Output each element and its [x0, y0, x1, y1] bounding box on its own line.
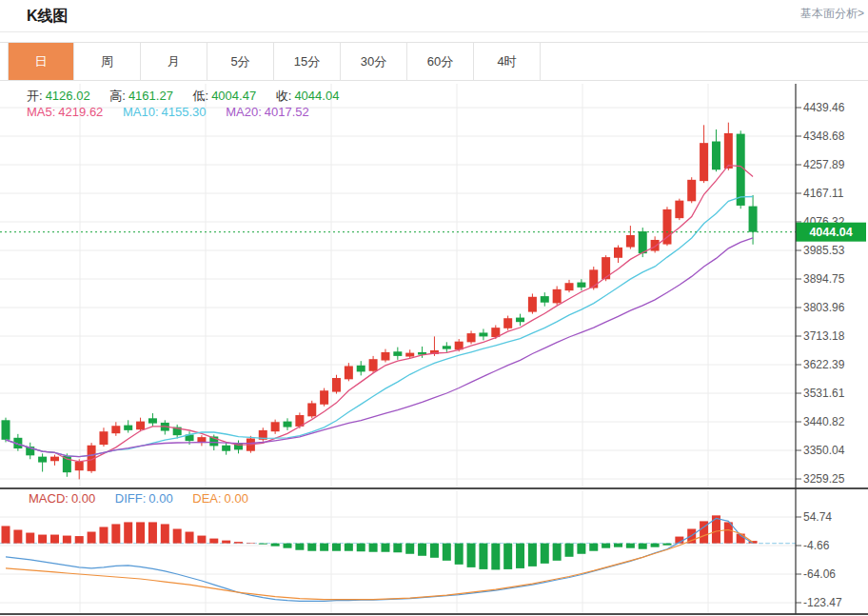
svg-text:3985.53: 3985.53 [803, 244, 845, 257]
tab-interval-1[interactable]: 周 [74, 43, 141, 80]
svg-text:4439.46: 4439.46 [803, 101, 845, 114]
tab-interval-2[interactable]: 月 [141, 43, 207, 80]
ma20-label: MA20: [226, 105, 262, 119]
ma5-value: 4219.62 [58, 105, 103, 119]
close-label: 收: [276, 89, 292, 103]
low-label: 低: [193, 89, 209, 103]
svg-text:3803.96: 3803.96 [803, 301, 845, 314]
low-value: 4004.47 [211, 89, 256, 103]
tab-interval-5[interactable]: 30分 [341, 43, 407, 80]
diff-value: 0.00 [148, 491, 172, 506]
high-value: 4161.27 [128, 89, 173, 103]
ma5-label: MA5: [27, 105, 55, 119]
svg-text:3531.61: 3531.61 [803, 387, 845, 400]
ohlc-readout: 开:4126.02 高:4161.27 低:4004.47 收:4044.04 [27, 88, 355, 105]
macd-value: 0.00 [71, 491, 95, 506]
svg-text:-4.66: -4.66 [803, 539, 830, 552]
ma10-label: MA10: [123, 105, 159, 119]
high-label: 高: [109, 89, 126, 103]
tab-interval-0[interactable]: 日 [8, 43, 74, 80]
open-value: 4126.02 [46, 89, 90, 103]
close-value: 4044.04 [294, 89, 339, 103]
diff-label: DIFF: [115, 491, 147, 506]
dea-label: DEA: [192, 491, 221, 506]
tab-interval-3[interactable]: 5分 [207, 43, 274, 80]
tab-interval-4[interactable]: 15分 [274, 43, 341, 80]
svg-text:54.74: 54.74 [803, 510, 832, 524]
tab-interval-6[interactable]: 60分 [407, 43, 474, 80]
last-price-tag: 4044.04 [809, 226, 852, 239]
svg-text:3259.25: 3259.25 [803, 472, 845, 486]
ma10-value: 4155.30 [162, 105, 207, 119]
tab-interval-7[interactable]: 4时 [474, 43, 541, 80]
interval-tab-bar: 日周月5分15分30分60分4时 [0, 42, 868, 81]
svg-text:4257.89: 4257.89 [803, 158, 845, 171]
ma-readout: MA5:4219.62 MA10:4155.30 MA20:4017.52 [27, 105, 326, 119]
svg-text:-123.47: -123.47 [803, 596, 842, 609]
open-label: 开: [27, 89, 43, 103]
macd-readout: MACD:0.00 DIFF:0.00 DEA:0.00 [29, 491, 265, 506]
page-title: K线图 [27, 7, 69, 27]
svg-text:4348.68: 4348.68 [803, 129, 845, 143]
svg-text:3622.39: 3622.39 [803, 358, 845, 371]
svg-text:3350.04: 3350.04 [803, 444, 845, 457]
macd-label: MACD: [29, 491, 69, 506]
svg-text:4167.11: 4167.11 [803, 187, 844, 200]
ma20-value: 4017.52 [265, 105, 309, 119]
svg-text:3440.82: 3440.82 [803, 415, 845, 428]
dea-value: 0.00 [225, 491, 248, 506]
header-divider [0, 31, 868, 32]
fundamental-analysis-link[interactable]: 基本面分析> [800, 6, 864, 22]
svg-text:-64.06: -64.06 [803, 567, 836, 581]
svg-text:3894.75: 3894.75 [803, 272, 845, 286]
kline-chart-canvas[interactable]: 4439.464348.684257.894167.114076.323985.… [0, 83, 868, 616]
svg-text:3713.18: 3713.18 [803, 329, 845, 343]
